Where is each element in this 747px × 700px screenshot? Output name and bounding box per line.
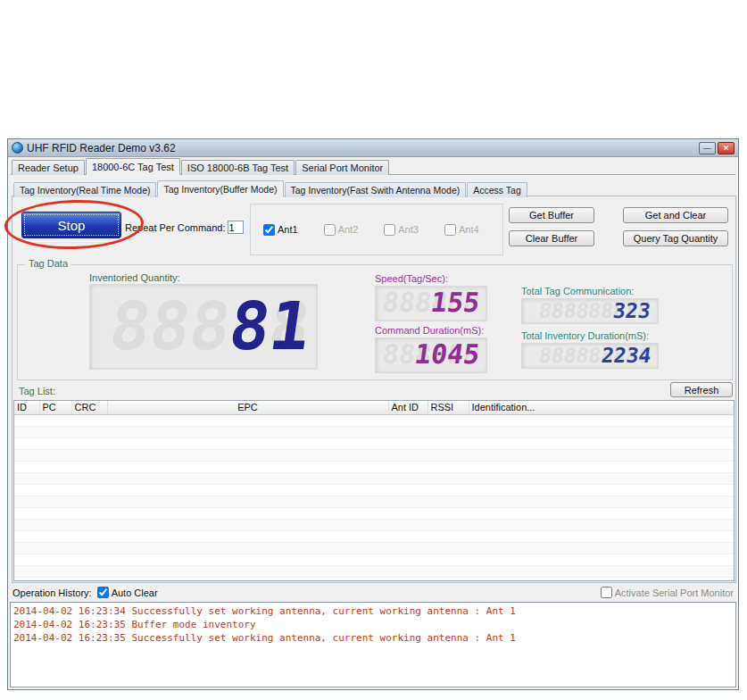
speed-label: Speed(Tag/Sec): [375, 273, 448, 284]
close-button-icon[interactable]: ✕ [718, 142, 735, 154]
tag-table: ID PC CRC EPC Ant ID RSSI Identification… [14, 401, 735, 578]
operation-history-log[interactable]: 2014-04-02 16:23:34 Successfully set wor… [10, 602, 736, 688]
operation-history-label: Operation History: [12, 588, 92, 598]
column-header-pc[interactable]: PC [39, 401, 71, 414]
table-row [14, 461, 735, 472]
tag-data-caption: Tag Data [25, 258, 71, 269]
stop-button[interactable]: Stop [21, 212, 121, 238]
column-header-epc[interactable]: EPC [107, 401, 388, 414]
app-window: UHF RFID Reader Demo v3.62 — ✕ Reader Se… [7, 138, 739, 690]
repeat-per-command-label: Repeat Per Command: [125, 222, 226, 233]
buffer-button-group: Get Buffer Get and Clear Clear Buffer Qu… [509, 207, 728, 246]
table-row [14, 542, 735, 554]
table-row [14, 530, 735, 542]
total-tag-communication-value: 323 [612, 301, 652, 321]
titlebar[interactable]: UHF RFID Reader Demo v3.62 — ✕ [8, 139, 738, 157]
table-row [14, 472, 735, 484]
auto-clear-label: Auto Clear [112, 588, 158, 598]
tag-table-container[interactable]: ID PC CRC EPC Ant ID RSSI Identification… [13, 400, 735, 581]
table-row [14, 519, 735, 530]
column-header-crc[interactable]: CRC [71, 401, 107, 414]
ant1-checkbox[interactable]: Ant1 [263, 224, 298, 236]
auto-clear-checkbox[interactable]: Auto Clear [97, 587, 158, 598]
inventoried-quantity-value: 81 [226, 293, 315, 359]
page: { "window": { "title": "UHF RFID Reader … [0, 0, 747, 700]
activate-serial-port-monitor-checkbox[interactable]: Activate Serial Port Monitor [601, 587, 734, 598]
table-row [14, 449, 735, 461]
table-header-row: ID PC CRC EPC Ant ID RSSI Identification… [14, 401, 735, 414]
ant1-label: Ant1 [278, 224, 298, 235]
operation-history-bar: Operation History: Auto Clear Activate S… [12, 585, 734, 600]
command-duration-label: Command Duration(mS): [375, 325, 484, 336]
tag-table-body [14, 414, 735, 577]
tag-data-group: Tag Data Inventoried Quantity: 88888 81 … [17, 264, 733, 380]
subtab-fast-switch-antenna-mode[interactable]: Tag Inventory(Fast Swith Antenna Mode) [285, 182, 467, 197]
table-row [14, 438, 735, 449]
sub-tab-strip: Tag Inventory(Real Time Mode) Tag Invent… [13, 181, 528, 196]
inventoried-quantity-label: Inventoried Quantity: [89, 272, 180, 283]
ant4-checkbox-input[interactable] [444, 224, 456, 236]
table-row [14, 414, 735, 426]
activate-serial-port-monitor-label: Activate Serial Port Monitor [615, 588, 734, 598]
subtab-access-tag[interactable]: Access Tag [467, 182, 527, 197]
command-duration-display: 888888 1045 [375, 338, 487, 373]
tab-18000-6c-tag-test[interactable]: 18000-6C Tag Test [86, 158, 180, 175]
total-tag-communication-display: 888888888 323 [521, 298, 659, 324]
total-tag-communication-label: Total Tag Communication: [521, 286, 634, 296]
antenna-panel: Ant1 Ant2 Ant3 Ant4 [250, 204, 503, 255]
column-header-id[interactable]: ID [14, 401, 39, 414]
minimize-button-icon[interactable]: — [699, 142, 716, 154]
log-line: 2014-04-02 16:23:35 Successfully set wor… [13, 631, 733, 645]
ant3-checkbox-input[interactable] [384, 224, 395, 236]
subtab-buffer-mode[interactable]: Tag Inventory(Buffer Mode) [157, 180, 283, 197]
total-inventory-duration-display: 888888888 2234 [521, 343, 659, 369]
ant2-checkbox[interactable]: Ant2 [324, 224, 359, 236]
log-line: 2014-04-02 16:23:34 Successfully set wor… [13, 604, 733, 618]
ant4-label: Ant4 [459, 224, 479, 235]
app-icon [12, 142, 23, 154]
ant2-checkbox-input[interactable] [324, 224, 336, 236]
table-row [14, 507, 735, 519]
inventoried-quantity-display: 88888 81 [89, 284, 318, 370]
column-header-ant-id[interactable]: Ant ID [388, 401, 427, 414]
tab-serial-port-monitor[interactable]: Serial Port Monitor [295, 160, 389, 175]
clear-buffer-button[interactable]: Clear Buffer [509, 230, 594, 246]
activate-serial-port-monitor-checkbox-input[interactable] [601, 587, 612, 598]
query-tag-quantity-button[interactable]: Query Tag Quantity [623, 230, 728, 246]
subtab-real-time-mode[interactable]: Tag Inventory(Real Time Mode) [13, 182, 156, 197]
ant3-label: Ant3 [398, 224, 419, 235]
repeat-per-command-input[interactable] [228, 221, 244, 234]
get-buffer-button[interactable]: Get Buffer [509, 207, 594, 223]
column-header-identification[interactable]: Identification... [469, 401, 735, 414]
refresh-button[interactable]: Refresh [670, 382, 733, 397]
ant3-checkbox[interactable]: Ant3 [384, 224, 419, 236]
ant1-checkbox-input[interactable] [263, 224, 275, 236]
table-row [14, 565, 735, 577]
table-row [14, 496, 735, 507]
table-row [14, 426, 735, 438]
speed-value: 155 [429, 289, 481, 316]
ant4-checkbox[interactable]: Ant4 [444, 224, 479, 236]
table-row [14, 484, 735, 496]
column-header-rssi[interactable]: RSSI [427, 401, 469, 414]
total-inventory-duration-value: 2234 [600, 346, 652, 366]
tab-reader-setup[interactable]: Reader Setup [12, 160, 85, 175]
table-row [14, 554, 735, 565]
main-tab-strip: Reader Setup 18000-6C Tag Test ISO 18000… [11, 159, 735, 175]
tag-list-label: Tag List: [19, 386, 55, 396]
total-inventory-duration-label: Total Inventory Duration(mS): [521, 330, 649, 341]
tab-iso-18000-6b-tag-test[interactable]: ISO 18000-6B Tag Test [181, 160, 295, 175]
command-duration-value: 1045 [413, 341, 481, 368]
ant2-label: Ant2 [338, 224, 359, 235]
auto-clear-checkbox-input[interactable] [97, 587, 109, 598]
get-and-clear-button[interactable]: Get and Clear [623, 207, 728, 223]
log-line: 2014-04-02 16:23:35 Buffer mode inventor… [13, 618, 733, 631]
buffer-mode-page: Stop Repeat Per Command: Ant1 Ant2 Ant3 … [12, 196, 736, 583]
window-title: UHF RFID Reader Demo v3.62 [27, 142, 695, 154]
speed-display: 888888 155 [375, 286, 487, 321]
